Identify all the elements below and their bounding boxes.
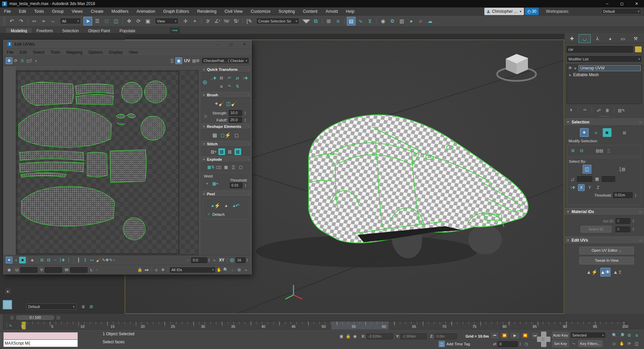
preset-dropdown[interactable]: Default▾ [26,303,76,310]
v-field[interactable] [45,267,62,273]
axis-z-button[interactable]: Z [595,184,601,191]
w-field[interactable] [70,267,88,273]
flatten-by-material-icon[interactable]: ▦ [223,164,229,170]
uv-mirror-icon[interactable]: ◖ [33,57,39,64]
make-unique-icon[interactable]: ☍ [595,107,602,114]
previous-frame-button[interactable]: ‹ [9,315,15,320]
uv-rotate-icon[interactable]: ⟳ [12,57,19,64]
uv-edge-loop-icon[interactable]: ┃ [75,257,82,263]
planar-angle-field[interactable] [577,176,592,182]
undo-icon[interactable]: ↶ [7,17,16,26]
selection-filter-dropdown[interactable]: All▾ [60,18,81,24]
shrink-selection-icon[interactable]: ⊟ [578,147,585,154]
edit-named-selection-icon[interactable]: {✎ [245,17,254,26]
menu-item[interactable]: Scripting [274,9,299,14]
align-horizontal-icon[interactable]: ‥✚ [210,75,217,82]
percent-snap-icon[interactable]: %ʳ [222,17,231,26]
uv-loop-grow-icon[interactable]: ┆✚ [59,257,65,263]
y-coordinate-field[interactable]: -2.904m [400,334,427,339]
ribbon-toggle-icon[interactable]: ▤ [347,17,356,26]
maxscript-mini-listener-input[interactable]: MAXScript Mi [3,340,78,347]
visibility-eye-icon[interactable]: 👁 [568,65,573,71]
selection-lock-icon[interactable]: 🔒 [345,333,352,340]
rollout-stitch[interactable]: ▼Stitch⁝ [201,141,251,147]
uv-window-title-bar[interactable]: 3 Edit UVWs – ◻ ✕ [4,40,251,49]
lock-aspect-checkbox[interactable]: ✓ [93,266,100,273]
show-map-seams-icon[interactable]: ▒ [169,57,175,64]
window-crossing-icon[interactable]: ◫ [112,17,120,26]
workspace-dropdown[interactable]: Default▾ [601,8,641,14]
tab-display[interactable]: ▭ [617,34,629,43]
uv-freeze-icon[interactable]: ❄ [160,266,166,273]
rollout-peel[interactable]: ▼Peel⁝ [201,191,251,197]
select-by-name-icon[interactable]: ☰ [93,17,102,26]
menu-item[interactable]: Animation [132,9,159,14]
uv-edge-mode-icon[interactable]: ◃ [591,128,600,137]
statusbar-grip[interactable] [0,332,3,347]
select-object-icon[interactable]: ➤ [84,17,92,26]
uv-menu-item[interactable]: Edit [16,50,30,55]
rollout-explode[interactable]: ▼Explode⁝ [201,156,251,162]
track-bar[interactable]: 0510152025303540455055606570758085909510… [21,321,626,330]
weld-threshold-field[interactable]: 0.01 [230,183,243,188]
quick-peel-icon[interactable]: ◕⚡ [211,201,220,210]
uv-rotate-angle-field[interactable]: 0.0 [191,257,207,263]
threshold-spinner[interactable]: ▲▼ [635,192,638,198]
menu-item[interactable]: File [0,9,15,14]
next-frame-icon[interactable]: ⏩ [521,332,530,339]
go-to-start-icon[interactable]: ⏮ [490,332,499,339]
modifier-list-dropdown[interactable]: Modifier List▾ [567,55,642,62]
quick-planar-map-icon[interactable]: ▲⚡ [586,268,598,277]
motion-paths-icon[interactable]: ⤳ [570,340,577,347]
weld-threshold-spinner[interactable]: ▲▼ [245,183,248,188]
uv-vertex-mode-icon[interactable]: ✦ [580,128,589,137]
z-coordinate-field[interactable]: 0.0m [435,334,457,339]
field-of-view-icon[interactable]: ▷ [611,340,618,347]
material-editor-icon[interactable]: ◉ [379,17,387,26]
peel-mode-icon[interactable]: ◕ [222,201,230,210]
grow-selection-icon[interactable]: ⊞ [570,147,576,154]
select-ring-icon[interactable]: ░ [605,147,612,154]
time-badge[interactable]: ◴ 30 [525,8,539,15]
select-loop-icon[interactable]: ▤▤ [596,147,603,154]
relax-brush-icon[interactable]: ◫🧹 [226,99,237,108]
detach-edge-verts-icon[interactable]: ◻▯ [215,164,222,170]
rect-region-icon[interactable]: □ [102,17,111,26]
relax-until-flat-icon[interactable]: ⧈ [218,83,225,90]
straighten-selection-icon[interactable]: ▦ [210,131,219,140]
view-cube[interactable] [497,54,536,81]
uv-loop-icon[interactable]: ┄ [52,257,59,263]
uv-minimize-button[interactable]: – [211,40,224,49]
menu-item[interactable]: Rendering [193,9,221,14]
uv-face-sub-icon[interactable]: ■ [19,257,26,263]
configure-modifier-sets-icon[interactable]: ▤✎ [618,107,625,114]
next-frame-button[interactable]: › [56,315,61,320]
x-coordinate-field[interactable]: -3.928m [367,334,393,339]
rollout-material-ids[interactable]: ▼Material IDs⁝⁝ [565,208,644,215]
target-weld-icon[interactable]: ⌖ [204,180,211,187]
edit-uvws-window[interactable]: 3 Edit UVWs – ◻ ✕ FileEditSelectToolsMap… [3,40,252,275]
key-mode-toggle-icon[interactable]: ⇄ [492,341,497,347]
layer-display-icon[interactable]: ⊞ [88,303,95,310]
select-by-matid-icon[interactable]: ▦ [594,176,600,182]
uv-menu-item[interactable]: Select [30,50,48,55]
matid-field[interactable] [602,176,615,182]
redo-icon[interactable]: ↷ [17,17,25,26]
render-setup-icon[interactable]: ⚙ [388,17,397,26]
select-element-icon[interactable]: ⧈ [620,128,629,137]
uv-ring-shrink-icon[interactable]: ↤ [89,257,95,263]
space-vertical-icon[interactable]: ⇅ [234,83,241,90]
angle-snap-icon[interactable]: ∠ʳ [213,17,222,26]
select-by-angle-icon[interactable]: ⎣▤ [619,166,626,172]
uv-grid-size-spinner[interactable]: ▲▼ [246,257,249,263]
move-brush-icon[interactable]: ✦🧹 [214,99,225,108]
stitch-to-average-icon[interactable]: ▨ [234,148,241,155]
tab-modify[interactable]: ◡ [579,34,591,43]
rollout-brush[interactable]: ▼Brush⁝ [201,92,251,98]
coordinate-display-icon[interactable]: ◉ [352,333,358,340]
uv-grow-icon[interactable]: ⊞ [39,257,45,263]
expand-arrow-icon[interactable]: ▸ [574,65,577,71]
uv-shrink-icon[interactable]: ⊟ [45,257,52,263]
minimize-button[interactable]: – [600,0,614,7]
uv-maximize-button[interactable]: ◻ [224,40,238,49]
